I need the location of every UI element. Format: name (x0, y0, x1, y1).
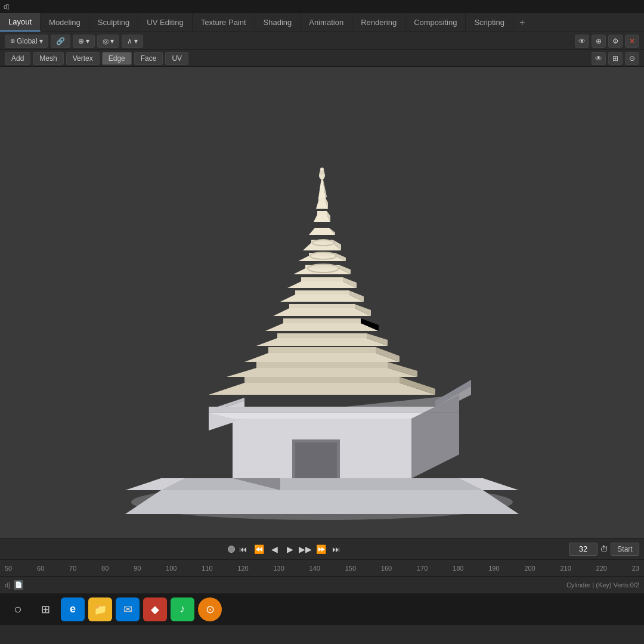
overlay-icon: ◎ (103, 37, 109, 45)
current-frame-input[interactable]: 32 (569, 543, 597, 556)
jump-next-keyframe-btn[interactable]: ⏩ (314, 542, 328, 556)
ruler-mark: 120 (237, 565, 248, 572)
proportional-edit-btn[interactable]: ⊕ ▾ (73, 35, 95, 48)
uv-menu-btn[interactable]: UV (165, 52, 188, 65)
viewport-shading-btn[interactable]: 👁 (575, 35, 589, 48)
transform-icon: ⊕ (10, 38, 15, 44)
eye-icon: 👁 (578, 37, 586, 45)
header-toolbar: ⊕ Global ▾ 🔗 ⊕ ▾ ◎ ▾ ∧ ▾ 👁 ⊕ ⚙ ✕ (0, 32, 644, 50)
status-left-text: d] (5, 581, 10, 589)
tab-rendering[interactable]: Rendering (352, 13, 405, 32)
edit-toolbar: Add Mesh Vertex Edge Face UV 👁 ⊞ ⊙ (0, 50, 644, 67)
tab-uv-editing[interactable]: UV Editing (138, 13, 192, 32)
ruler-mark: 220 (596, 565, 607, 572)
gizmo-btn[interactable]: ⊕ (592, 35, 606, 48)
transform-orientation-btn[interactable]: ⊕ Global ▾ (5, 35, 48, 48)
tab-shading[interactable]: Shading (255, 13, 301, 32)
tab-texture-paint[interactable]: Texture Paint (193, 13, 255, 32)
edge-menu-btn[interactable]: Edge (102, 52, 132, 65)
proportional-dropdown: ▾ (86, 37, 89, 45)
playback-controls: ⏮ ⏪ ◀ ▶ ▶▶ ⏩ ⏭ (228, 542, 343, 556)
svg-marker-49 (309, 228, 335, 235)
status-bar: d] 📄 Cylinder | (Key) Verts:0/2 (0, 576, 644, 593)
add-menu-btn[interactable]: Add (5, 52, 30, 65)
tab-scripting[interactable]: Scripting (466, 13, 513, 32)
status-file-icon: 📄 (14, 580, 23, 590)
svg-marker-3 (161, 478, 483, 490)
ruler-mark: 160 (381, 565, 392, 572)
add-workspace-button[interactable]: + (513, 13, 531, 32)
svg-marker-26 (277, 333, 367, 338)
tab-sculpting[interactable]: Sculpting (89, 13, 138, 32)
file-manager-icon[interactable]: 📁 (88, 597, 112, 621)
svg-marker-55 (318, 198, 326, 201)
ruler-mark: 100 (166, 565, 177, 572)
task-view-icon[interactable]: ⊞ (33, 597, 57, 621)
overlay-btn[interactable]: ◎ ▾ (97, 35, 119, 48)
keyframe-dot (228, 546, 235, 553)
clock-icon: ⏱ (600, 544, 608, 554)
jump-start-btn[interactable]: ⏮ (236, 542, 250, 556)
workspace-tabs: Layout Modeling Sculpting UV Editing Tex… (0, 13, 644, 32)
viewport-settings-btn[interactable]: ⚙ (608, 35, 623, 48)
timeline-ruler[interactable]: 50 60 70 80 90 100 110 120 130 140 150 1… (0, 559, 644, 576)
play-btn[interactable]: ▶ (283, 542, 297, 556)
spotify-icon[interactable]: ♪ (171, 597, 194, 621)
ruler-mark: 130 (273, 565, 284, 572)
status-right: Cylinder | (Key) Verts:0/2 (566, 581, 639, 589)
tab-compositing[interactable]: Compositing (405, 13, 466, 32)
mail-icon[interactable]: ✉ (116, 597, 140, 621)
start-frame-input[interactable]: Start (611, 543, 639, 556)
svg-marker-35 (295, 290, 349, 295)
vertex-menu-btn[interactable]: Vertex (66, 52, 100, 65)
ruler-mark: 170 (417, 565, 428, 572)
scene-container (0, 67, 644, 538)
gizmo-icon: ⊕ (596, 37, 602, 45)
jump-prev-keyframe-btn[interactable]: ⏪ (252, 542, 266, 556)
view-gizmo-btn[interactable]: ⊞ (608, 52, 623, 65)
view-extra-btn[interactable]: ⊙ (625, 52, 639, 65)
svg-marker-38 (301, 277, 343, 281)
ruler-mark: 23 (632, 565, 639, 572)
jump-end-btn[interactable]: ⏭ (329, 542, 343, 556)
svg-marker-32 (289, 304, 355, 308)
snap-btn[interactable]: 🔗 (51, 35, 70, 48)
next-frame-btn[interactable]: ▶▶ (298, 542, 312, 556)
view-overlay-btn[interactable]: 👁 (592, 52, 606, 65)
ruler-mark: 110 (202, 565, 212, 572)
face-menu-btn[interactable]: Face (134, 52, 163, 65)
svg-marker-22 (244, 353, 400, 362)
header-right: 👁 ⊕ ⚙ ✕ (575, 35, 639, 48)
prev-frame-btn[interactable]: ◀ (267, 542, 281, 556)
svg-marker-23 (268, 347, 376, 353)
svg-marker-19 (227, 368, 417, 377)
search-taskbar-icon[interactable]: ○ (6, 597, 30, 621)
status-left: d] 📄 (5, 580, 23, 590)
git-icon[interactable]: ◆ (143, 597, 167, 621)
xray-btn[interactable]: ∧ ▾ (122, 35, 143, 48)
edge-browser-icon[interactable]: e (61, 597, 85, 621)
blender-icon[interactable]: ⊙ (198, 597, 222, 621)
timeline-controls-bar: ⏮ ⏪ ◀ ▶ ▶▶ ⏩ ⏭ 32 ⏱ Start (0, 538, 644, 559)
transform-label: Global (17, 37, 38, 45)
settings-icon: ⚙ (612, 37, 619, 45)
tab-modeling[interactable]: Modeling (41, 13, 89, 32)
mesh-menu-btn[interactable]: Mesh (33, 52, 63, 65)
tab-animation[interactable]: Animation (301, 13, 352, 32)
title-text: d] (4, 3, 9, 10)
temple-3d-model (113, 97, 531, 526)
close-editor-btn[interactable]: ✕ (625, 35, 639, 48)
ruler-mark: 80 (101, 565, 109, 572)
svg-marker-17 (244, 377, 400, 383)
tab-layout[interactable]: Layout (0, 13, 41, 32)
svg-marker-29 (283, 318, 361, 323)
svg-marker-12 (209, 413, 435, 419)
svg-marker-52 (317, 211, 327, 215)
svg-marker-16 (209, 383, 435, 395)
svg-marker-1 (125, 490, 519, 514)
status-info-text: Cylinder | (Key) Verts:0/2 (566, 581, 639, 589)
ruler-mark: 140 (309, 565, 320, 572)
3d-viewport[interactable] (0, 67, 644, 538)
ruler-mark: 210 (560, 565, 571, 572)
title-bar: d] (0, 0, 644, 13)
